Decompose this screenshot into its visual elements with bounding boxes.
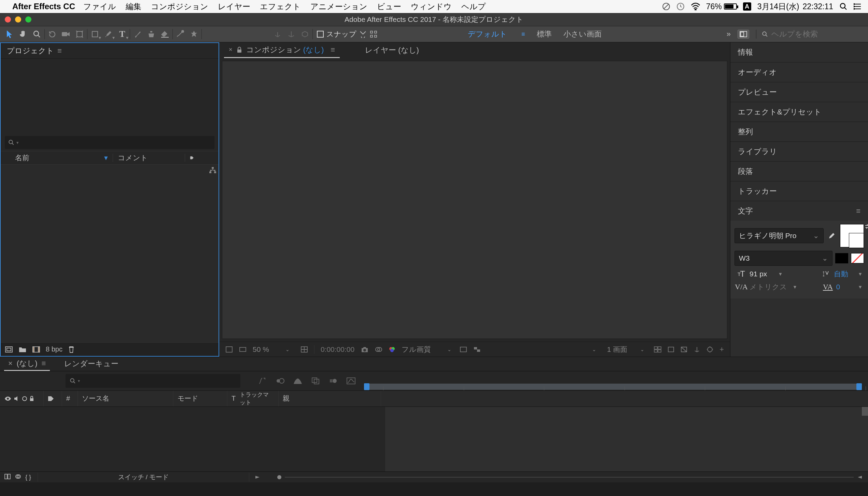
kerning-dropdown-icon[interactable]: ▼ [793,284,797,290]
menu-view[interactable]: ビュー [377,1,401,12]
help-search[interactable] [756,30,865,39]
menubar-date[interactable]: 3月14日(水) [757,1,799,12]
timeline-time-area[interactable] [385,407,868,472]
delete-icon[interactable] [68,346,75,353]
fast-previews-icon[interactable] [654,346,661,353]
transparency-grid-icon[interactable] [473,346,481,353]
kerning-value[interactable]: メトリクス [750,282,787,292]
local-axis-icon[interactable] [271,27,284,41]
pen-tool[interactable]: ▾ [102,27,115,41]
column-comment[interactable]: コメント [113,153,185,163]
brush-tool[interactable] [131,27,144,41]
flowchart-icon[interactable] [209,167,216,174]
panel-character[interactable]: 文字 ≡ [730,201,868,221]
panel-info[interactable]: 情報 [730,42,868,62]
clone-stamp-tool[interactable] [144,27,158,41]
menu-composition[interactable]: コンポジション [151,1,208,12]
column-label[interactable] [185,155,199,161]
comp-time[interactable]: 0:00:00:00 [321,345,354,354]
parent-column[interactable]: 親 [279,391,381,407]
no-fill-icon[interactable] [851,253,864,263]
timeline-search[interactable]: ▾ [66,374,240,388]
workspace-overflow-icon[interactable]: » [727,30,731,39]
switch-mode-button[interactable]: スイッチ / モード [38,473,249,482]
timeline-zoom-slider[interactable] [249,475,868,479]
stroke-color-swatch[interactable] [835,253,848,263]
view-axis-icon[interactable] [298,27,312,41]
workspace-menu-icon[interactable]: ≡ [521,31,525,38]
guides-icon[interactable] [668,346,674,353]
toggle-switches-icon[interactable] [4,473,11,481]
magnification-icon[interactable] [239,346,247,353]
index-column[interactable]: # [62,391,78,407]
battery-icon[interactable] [724,3,737,10]
font-family-select[interactable]: ヒラギノ明朝 Pro⌄ [734,228,824,243]
workspace-default[interactable]: デフォルト [468,29,507,39]
project-tab[interactable]: プロジェクト ≡ [1,43,68,58]
tracking-value[interactable]: 0 [836,283,840,291]
source-name-column[interactable]: ソース名 [78,391,173,407]
roi-icon[interactable] [460,346,467,353]
wifi-icon[interactable] [690,3,701,10]
project-item-list[interactable] [1,165,219,342]
close-tab-icon[interactable]: × [229,46,233,53]
panel-effects-presets[interactable]: エフェクト&プリセット [730,102,868,122]
composition-canvas[interactable] [222,61,727,339]
panel-menu-icon[interactable]: ≡ [57,46,62,55]
interpret-footage-icon[interactable] [5,346,13,353]
cc-sync-icon[interactable] [662,2,671,11]
roto-brush-tool[interactable] [173,27,187,41]
leading-dropdown-icon[interactable]: ▼ [858,271,863,277]
toggle-in-out-icon[interactable]: { } [25,473,31,481]
text-tool[interactable]: T ▾ [115,27,129,41]
panel-menu-icon[interactable]: ≡ [42,359,46,368]
panel-menu-icon[interactable]: ≡ [856,207,860,216]
menu-edit[interactable]: 編集 [126,1,141,12]
label-column[interactable] [44,391,62,407]
workspace-standard[interactable]: 標準 [537,29,552,39]
font-size-value[interactable]: 91 px [750,270,767,278]
snap-bounds-icon[interactable] [369,30,378,38]
zoom-dropdown-icon[interactable]: ⌄ [285,347,290,352]
panel-menu-icon[interactable]: ≡ [331,45,335,54]
frame-blend-icon[interactable] [309,374,322,388]
eraser-tool[interactable] [158,27,172,41]
bpc-button[interactable]: 8 bpc [46,345,62,353]
motion-blur-icon[interactable] [326,374,340,388]
project-search[interactable]: ▾ [5,136,214,149]
timeline-track-area[interactable] [0,407,868,472]
menubar-time[interactable]: 22:32:11 [802,2,833,11]
layer-tab[interactable]: レイヤー (なし) [360,42,424,58]
panel-reset-icon[interactable] [738,30,749,39]
panel-preview[interactable]: プレビュー [730,82,868,102]
font-weight-select[interactable]: W3⌄ [734,251,832,266]
exposure-icon[interactable] [706,346,713,353]
panel-tracker[interactable]: トラッカー [730,181,868,201]
panel-align[interactable]: 整列 [730,122,868,141]
orbit-tool[interactable] [45,27,59,41]
draft-3d-icon[interactable] [273,374,287,388]
workspace-small[interactable]: 小さい画面 [563,29,602,39]
pan-behind-tool[interactable] [73,27,86,41]
menu-file[interactable]: ファイル [83,1,116,12]
panel-audio[interactable]: オーディオ [730,62,868,82]
always-preview-icon[interactable] [225,346,233,353]
panel-paragraph[interactable]: 段落 [730,161,868,181]
mask-icon[interactable] [681,346,687,353]
quality-dropdown-icon[interactable]: ⌄ [447,347,451,352]
eyedropper-icon[interactable] [826,231,837,240]
solo-icon[interactable] [22,396,27,401]
views-dropdown-icon[interactable]: ⌄ [640,347,644,352]
trackmatte-column[interactable]: T トラックマット [227,391,279,407]
zoom-slider-thumb[interactable] [277,475,281,479]
puppet-tool[interactable] [187,27,201,41]
view-dropdown-icon[interactable]: ⌄ [592,347,596,352]
panel-library[interactable]: ライブラリ [730,141,868,161]
lock-icon[interactable] [237,47,242,53]
zoom-tool[interactable] [30,27,44,41]
lock-column-icon[interactable] [29,396,34,401]
toggle-modes-icon[interactable] [15,473,21,481]
world-axis-icon[interactable] [284,27,298,41]
menu-help[interactable]: ヘルプ [461,1,486,12]
comp-zoom[interactable]: 50 % [253,345,269,354]
